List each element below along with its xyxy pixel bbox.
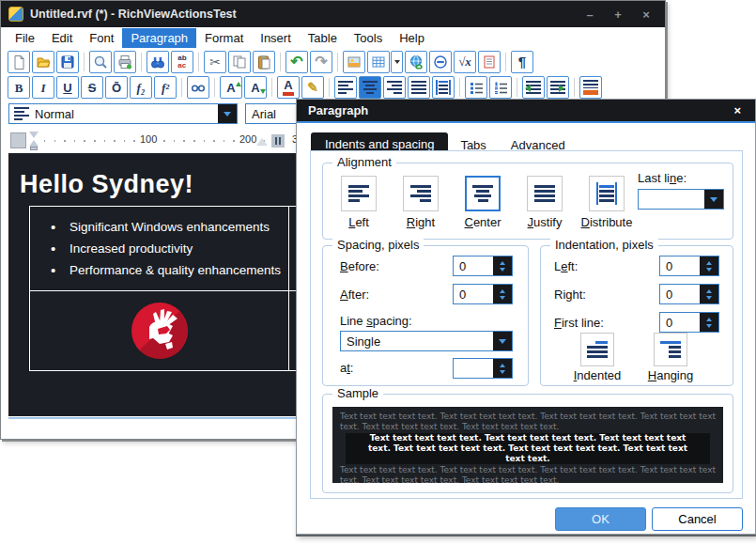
dialog-close-button[interactable]: × <box>731 103 744 117</box>
spin-buttons[interactable] <box>700 313 718 332</box>
first-line-label: First line: <box>554 316 604 330</box>
open-button[interactable] <box>32 51 54 73</box>
insert-equation-button[interactable]: √x <box>454 51 476 73</box>
shrink-font-button[interactable]: A <box>244 76 267 99</box>
numbering-button[interactable] <box>489 76 512 99</box>
align-justify-option[interactable] <box>527 176 563 211</box>
cut-button[interactable]: ✂ <box>204 51 226 73</box>
cancel-button[interactable]: Cancel <box>652 507 743 531</box>
justify-button[interactable] <box>408 76 430 99</box>
first-line-indent-marker[interactable] <box>29 132 39 138</box>
minimize-button[interactable]: – <box>579 5 601 23</box>
font-color-button[interactable]: A <box>277 76 300 99</box>
style-combo-dropdown-button[interactable] <box>218 104 237 123</box>
bullets-button[interactable] <box>465 76 487 99</box>
at-spinner[interactable] <box>453 358 513 379</box>
highlight-button[interactable]: ✎ <box>301 76 324 99</box>
redo-button[interactable]: ↷ <box>310 51 332 73</box>
menu-edit[interactable]: Edit <box>43 28 81 48</box>
bold-button[interactable]: B <box>8 76 30 99</box>
indentation-group: Indentation, pixels Left: 0 Right: 0 Fir… <box>540 245 733 386</box>
align-left-button[interactable] <box>334 76 357 99</box>
before-spinner[interactable]: 0 <box>453 256 513 276</box>
insert-document-button[interactable] <box>478 51 501 73</box>
menu-tools[interactable]: Tools <box>346 28 391 48</box>
replace-button[interactable]: abac <box>171 51 193 73</box>
increase-indent-button[interactable] <box>547 76 569 99</box>
last-line-combo[interactable] <box>638 189 724 210</box>
indent-left-spinner[interactable]: 0 <box>659 256 719 276</box>
print-button[interactable] <box>114 51 136 73</box>
paragraph-dialog: Paragraph × Indents and spacing Tabs Adv… <box>296 99 756 535</box>
menu-format[interactable]: Format <box>196 28 252 48</box>
menu-table[interactable]: Table <box>300 28 346 48</box>
indented-button[interactable] <box>580 333 614 366</box>
spin-buttons[interactable] <box>700 256 718 275</box>
close-button[interactable]: × <box>635 5 657 23</box>
menu-font[interactable]: Font <box>81 28 122 48</box>
undo-button[interactable]: ↶ <box>285 51 308 73</box>
left-indent-marker[interactable] <box>30 147 38 150</box>
line-spacing-dropdown-button[interactable] <box>493 332 512 350</box>
copy-button[interactable] <box>228 51 251 73</box>
spin-buttons[interactable] <box>493 285 512 303</box>
new-button[interactable] <box>8 51 30 73</box>
insert-picture-button[interactable] <box>343 51 365 73</box>
hanging-indent-marker[interactable] <box>29 140 39 147</box>
line-spacing-combo[interactable]: Single <box>340 331 513 351</box>
find-button[interactable] <box>147 51 169 73</box>
insert-table-button[interactable] <box>367 51 390 73</box>
align-center-option[interactable] <box>465 176 501 211</box>
italic-button[interactable]: I <box>32 76 54 99</box>
insert-table-dropdown-button[interactable] <box>391 51 403 73</box>
paragraph-background-icon <box>583 80 598 95</box>
after-spinner[interactable]: 0 <box>453 284 513 304</box>
paste-button[interactable] <box>253 51 275 73</box>
superscript-button[interactable]: f² <box>154 76 177 99</box>
indented-icon <box>587 338 608 361</box>
paragraph-background-button[interactable] <box>579 76 602 99</box>
save-button[interactable] <box>56 51 79 73</box>
right-indent-marker[interactable] <box>256 138 268 146</box>
show-paragraph-marks-button[interactable]: ¶ <box>511 51 533 73</box>
title-bar[interactable]: Untitled.rvf (*) - RichViewActionsTest –… <box>1 1 665 27</box>
dialog-title-bar[interactable]: Paragraph × <box>297 100 755 123</box>
highlighter-icon: ✎ <box>307 81 318 94</box>
align-center-button[interactable] <box>359 76 381 99</box>
sample-legend: Sample <box>332 386 383 400</box>
menu-paragraph[interactable]: Paragraph <box>122 28 196 48</box>
strikethrough-button[interactable]: S <box>81 76 103 99</box>
spin-buttons[interactable] <box>700 285 718 303</box>
hyperlink-button[interactable] <box>405 51 427 73</box>
hanging-button[interactable] <box>654 333 687 366</box>
insert-horizontal-line-button[interactable] <box>429 51 452 73</box>
align-distribute-option[interactable] <box>589 176 625 211</box>
menu-bar: File Edit Font Paragraph Format Insert T… <box>1 27 665 49</box>
align-center-icon <box>472 182 493 205</box>
overline-button[interactable]: Ō <box>105 76 128 99</box>
underline-button[interactable]: U <box>56 76 79 99</box>
print-preview-button[interactable] <box>89 51 112 73</box>
last-line-dropdown-button[interactable] <box>704 190 723 209</box>
spin-buttons[interactable] <box>493 359 512 378</box>
grow-font-button[interactable]: A <box>220 76 242 99</box>
align-right-button[interactable] <box>383 76 406 99</box>
align-left-option[interactable] <box>341 176 377 211</box>
cursor-position-marker <box>271 134 285 148</box>
subscript-button[interactable]: f₂ <box>130 76 152 99</box>
ok-button[interactable]: OK <box>555 507 646 531</box>
spacing-legend: Spacing, pixels <box>332 238 424 252</box>
menu-insert[interactable]: Insert <box>252 28 300 48</box>
maximize-button[interactable]: + <box>607 5 629 23</box>
menu-help[interactable]: Help <box>391 28 433 48</box>
tab-selector-button[interactable] <box>10 132 26 148</box>
paragraph-style-combo[interactable]: Normal <box>8 103 238 124</box>
align-right-option[interactable] <box>403 176 439 211</box>
menu-file[interactable]: File <box>7 28 43 48</box>
hidden-text-button[interactable] <box>187 76 209 99</box>
spin-buttons[interactable] <box>493 256 512 275</box>
indent-right-spinner[interactable]: 0 <box>659 284 719 304</box>
first-line-spinner[interactable]: 0 <box>659 312 719 333</box>
distribute-button[interactable] <box>432 76 455 99</box>
decrease-indent-button[interactable] <box>522 76 545 99</box>
